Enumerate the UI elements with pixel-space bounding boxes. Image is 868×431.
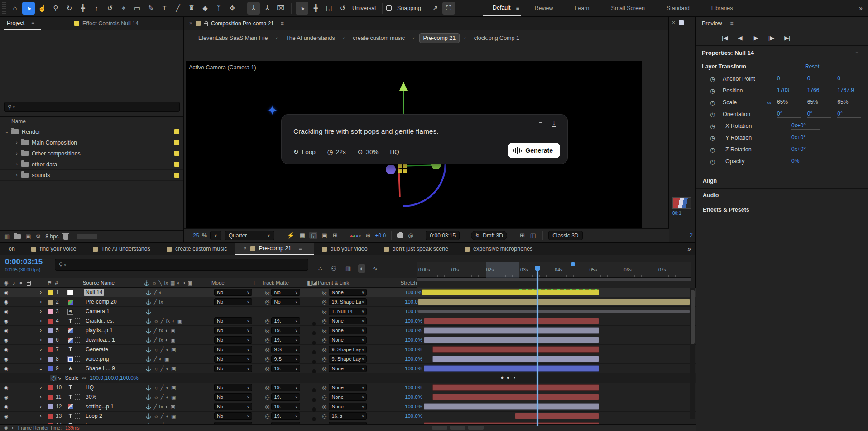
timeline-tab[interactable]: The AI understands xyxy=(85,243,158,255)
layer-switch-icon[interactable]: ☼ xyxy=(154,385,158,390)
breadcrumb-item[interactable]: create custom music xyxy=(349,34,408,43)
property-value[interactable]: 0° xyxy=(807,111,831,118)
property-value[interactable]: 1767.9 xyxy=(837,87,861,94)
viewer-option-icon[interactable]: ⊞ xyxy=(331,232,339,239)
layer-switch-icon[interactable]: ╱ xyxy=(161,413,164,419)
parent-link-dropdown[interactable]: 16. s∨ xyxy=(329,412,367,420)
blend-mode-dropdown[interactable]: No∨ xyxy=(214,336,252,344)
layer-visibility-icon[interactable]: ◉ xyxy=(4,290,9,295)
parent-link-dropdown[interactable]: 19. Shape La∨ xyxy=(329,298,367,305)
breadcrumb-item[interactable]: clock.png Comp 1 xyxy=(470,34,523,43)
camera-tool-icon[interactable]: ⌖ xyxy=(117,2,130,15)
property-value[interactable]: 0% xyxy=(791,158,820,165)
influence-control[interactable]: ⊙ 30% xyxy=(358,148,379,155)
item-label-chip[interactable] xyxy=(174,162,179,167)
matte-pickwhip-icon[interactable]: ◎ xyxy=(265,356,269,362)
track-matte-dropdown[interactable]: 19.∨ xyxy=(271,327,300,334)
work-area-bar[interactable] xyxy=(417,278,691,281)
property-value[interactable]: 0° xyxy=(777,111,801,118)
layer-visibility-icon[interactable]: ◉ xyxy=(4,299,9,305)
layer-switch-icon[interactable]: ⚓ xyxy=(145,413,152,419)
layer-visibility-icon[interactable]: ◉ xyxy=(4,347,9,353)
layer-visibility-icon[interactable]: ◉ xyxy=(4,366,9,372)
matte-pickwhip-icon[interactable]: ◎ xyxy=(265,289,269,295)
property-value[interactable]: 0x+0° xyxy=(791,134,820,141)
matte-pickwhip-icon[interactable]: ◎ xyxy=(265,346,269,353)
property-value[interactable]: 1766 xyxy=(807,87,831,94)
workspace-tab-review[interactable]: Review xyxy=(525,0,563,16)
layer-switch-icon[interactable]: ╱ xyxy=(154,290,157,295)
matte-pickwhip-icon[interactable]: ◎ xyxy=(265,394,269,400)
3d-view-icon[interactable]: ⊞ xyxy=(518,232,526,239)
timeline-search-input[interactable]: ⚲∨ xyxy=(55,259,308,271)
layer-switch-icon[interactable]: ⚓ xyxy=(145,404,152,410)
matte-pickwhip-icon[interactable]: ◎ xyxy=(265,299,269,305)
layer-switch-icon[interactable]: ◐ xyxy=(159,356,162,362)
project-tree-item[interactable]: ›other data xyxy=(0,159,184,170)
project-settings-icon[interactable]: ⚙ xyxy=(36,233,41,240)
layer-visibility-icon[interactable]: ◉ xyxy=(4,337,9,343)
time-ruler[interactable]: 0:00s01s02s03s04s05s06s07s xyxy=(417,262,691,278)
matte-pickwhip-icon[interactable]: ◎ xyxy=(265,327,269,334)
layer-switch-icon[interactable]: ⚓ xyxy=(145,366,152,372)
timeline-tab[interactable]: ×Pre-comp 21≡ xyxy=(235,243,314,255)
close-strip-icon[interactable]: × xyxy=(672,19,675,26)
composition-tab-title[interactable]: Composition Pre-comp 21 xyxy=(211,20,274,27)
shy-layers-icon[interactable]: ⚇ xyxy=(329,264,338,273)
stopwatch-icon[interactable]: ◷ xyxy=(710,123,725,130)
layer-label-chip[interactable] xyxy=(45,347,56,352)
layer-visibility-icon[interactable]: ◉ xyxy=(4,356,9,362)
parent-pickwhip-icon[interactable]: ◎ xyxy=(322,413,326,419)
parent-link-dropdown[interactable]: 9. Shape Lay∨ xyxy=(329,346,367,353)
more-tabs-icon[interactable]: » xyxy=(687,245,691,252)
layer-label-chip[interactable] xyxy=(45,328,56,333)
section-align[interactable]: Align xyxy=(696,174,868,188)
layer-switch-icon[interactable]: ◐ xyxy=(172,318,175,324)
hand-tool-icon[interactable]: ☝ xyxy=(36,2,48,15)
parent-link-dropdown[interactable]: None∨ xyxy=(329,327,367,334)
puppet-pin-tool-icon[interactable]: ✥ xyxy=(226,2,239,15)
parent-pickwhip-icon[interactable]: ◎ xyxy=(322,337,326,343)
layer-switch-icon[interactable]: ⚓ xyxy=(145,337,152,343)
graph-editor-icon[interactable]: ∿ xyxy=(371,264,379,273)
matte-pickwhip-icon[interactable]: ◎ xyxy=(265,384,269,391)
layer-switch-icon[interactable]: ☼ xyxy=(154,394,158,400)
layer-switch-icon[interactable]: fx xyxy=(166,318,170,324)
blend-mode-dropdown[interactable]: No∨ xyxy=(214,355,252,363)
viewer-option-icon[interactable]: ▦ xyxy=(298,232,307,239)
layer-label-chip[interactable] xyxy=(45,319,56,324)
property-value[interactable]: 0 xyxy=(777,75,801,82)
layer-switch-icon[interactable]: ☼ xyxy=(154,366,158,371)
parent-link-dropdown[interactable]: None∨ xyxy=(329,384,367,391)
timeline-tab[interactable]: find your voice xyxy=(23,243,85,255)
layer-name[interactable]: Shape L... 9 xyxy=(84,365,117,372)
layer-switch-icon[interactable]: ⚓ xyxy=(145,299,152,305)
layer-label-chip[interactable] xyxy=(45,404,56,409)
layer-name[interactable]: voice.png xyxy=(84,355,110,363)
layer-switch-icon[interactable]: fx xyxy=(159,299,163,305)
layer-name[interactable]: 30% xyxy=(84,393,98,401)
go-to-start-button[interactable]: |◀ xyxy=(722,34,728,41)
close-tab-icon[interactable]: × xyxy=(244,245,247,252)
parent-pickwhip-icon[interactable]: ◎ xyxy=(322,365,326,372)
layer-switch-icon[interactable]: ☼ xyxy=(154,413,158,419)
project-search-input[interactable]: ⚲∨ xyxy=(4,102,180,112)
eraser-tool-icon[interactable]: ◆ xyxy=(199,2,211,15)
parent-pickwhip-icon[interactable]: ◎ xyxy=(322,299,326,305)
layer-switch-icon[interactable]: ╱ xyxy=(161,347,164,353)
matte-pickwhip-icon[interactable]: ◎ xyxy=(265,318,269,324)
strip-thumbnail[interactable] xyxy=(672,197,691,209)
blend-mode-dropdown[interactable]: No∨ xyxy=(214,298,252,305)
layer-switch-icon[interactable]: ◐ xyxy=(165,337,168,343)
scale-gizmo-icon[interactable]: ◱ xyxy=(323,2,336,15)
layer-switch-icon[interactable]: ▣ xyxy=(171,385,176,391)
layer-expand-icon[interactable]: › xyxy=(37,289,45,295)
tab-project[interactable]: Project ≡ xyxy=(4,17,41,30)
current-timecode[interactable]: 0:00:03:15 xyxy=(5,257,55,266)
layer-label-chip[interactable] xyxy=(45,290,56,295)
layer-label-chip[interactable] xyxy=(45,385,56,390)
tab-menu-icon[interactable]: ≡ xyxy=(298,245,302,252)
tree-expand-icon[interactable]: › xyxy=(13,140,20,145)
more-workspaces-icon[interactable]: » xyxy=(859,5,863,12)
project-panel-menu-icon[interactable]: ≡ xyxy=(31,20,34,26)
